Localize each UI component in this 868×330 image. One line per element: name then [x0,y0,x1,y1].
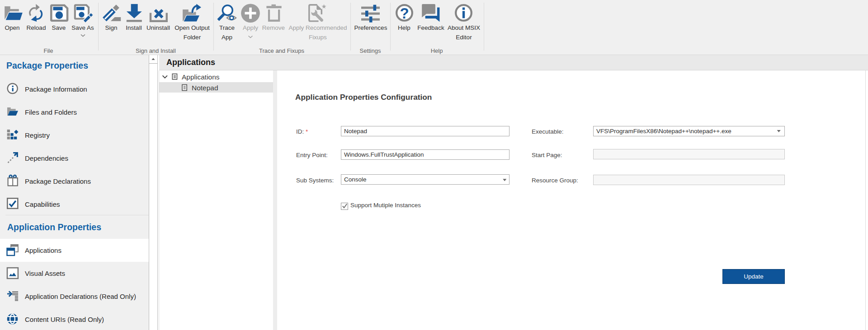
svg-text:?: ? [400,5,409,22]
